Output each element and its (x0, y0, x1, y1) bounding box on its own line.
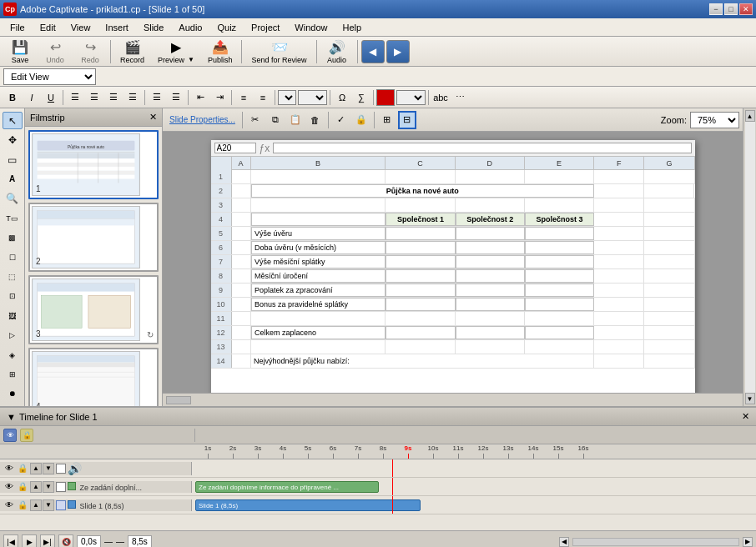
timeline-lock-icon[interactable]: 🔒 (20, 429, 33, 442)
timeline-close-icon[interactable]: ✕ (742, 411, 749, 422)
caption-tool[interactable]: T▭ (3, 209, 23, 227)
track-3-area[interactable]: Slide 1 (8,5s) (192, 496, 756, 514)
cell-a8[interactable] (232, 269, 252, 283)
cell-f12[interactable] (594, 326, 644, 339)
cell-f3[interactable] (594, 198, 644, 212)
col-a-header[interactable]: A (232, 157, 251, 170)
cell-a14[interactable] (232, 354, 252, 368)
select-tool[interactable]: ↖ (3, 112, 23, 129)
cell-e9[interactable] (525, 284, 594, 297)
nav-forward-button[interactable]: ▶ (386, 40, 410, 63)
col-d-header[interactable]: D (456, 157, 525, 170)
cell-e5[interactable] (525, 227, 594, 240)
cell-d4[interactable]: Společnost 2 (456, 213, 525, 226)
tl-scroll-left[interactable]: ◀ (559, 537, 569, 547)
more-options-button[interactable]: ⋯ (451, 89, 469, 106)
slide-properties-button[interactable]: Slide Properties... (166, 115, 239, 124)
cell-a13[interactable] (232, 340, 252, 354)
menu-file[interactable]: File (3, 21, 32, 34)
bold-button[interactable]: B (3, 89, 22, 106)
cell-b7[interactable]: Výše měsíční splátky (251, 255, 386, 268)
cell-c12[interactable] (386, 326, 455, 339)
cell-f1[interactable] (594, 170, 644, 183)
cell-g6[interactable] (644, 241, 694, 254)
italic-button[interactable]: I (23, 89, 41, 106)
special-char-button[interactable]: Ω (333, 89, 351, 106)
menu-slide[interactable]: Slide (137, 21, 170, 34)
cell-reference[interactable] (214, 143, 256, 153)
spell-check-button[interactable]: abc (431, 89, 450, 106)
font-size-select[interactable] (298, 90, 327, 105)
cell-b4[interactable] (251, 213, 386, 226)
view-dropdown[interactable]: Edit View Storyboard View Branching View (3, 68, 96, 85)
track-2-down[interactable]: ▼ (43, 481, 54, 493)
cell-f8[interactable] (594, 269, 644, 283)
cell-a9[interactable] (232, 284, 252, 297)
vertical-scrollbar[interactable]: ▲ ▼ (743, 108, 756, 406)
cell-e4[interactable]: Společnost 3 (525, 213, 594, 226)
cell-f10[interactable] (594, 298, 644, 311)
track-2-lock[interactable]: 🔒 (17, 481, 28, 493)
timeline-collapse-icon[interactable]: ▼ (7, 412, 16, 422)
swf-tool[interactable]: ◈ (3, 346, 23, 364)
cell-a6[interactable] (232, 241, 252, 254)
cell-c1[interactable] (386, 170, 455, 183)
cell-e10[interactable] (525, 298, 594, 311)
cell-d10[interactable] (456, 298, 525, 311)
cell-g13[interactable] (644, 340, 694, 354)
cut-button[interactable]: ✂ (246, 111, 265, 129)
align-right-button[interactable]: ☰ (104, 89, 123, 106)
zoom-tool[interactable]: 🔍 (3, 190, 23, 208)
col-f-header[interactable]: F (594, 157, 644, 170)
cell-c8[interactable] (386, 269, 455, 283)
scroll-handle-h[interactable] (166, 396, 191, 404)
cell-b8[interactable]: Měsíční úročení (251, 269, 386, 283)
cell-c10[interactable] (386, 298, 455, 311)
highlight-tool[interactable]: ▩ (3, 228, 23, 246)
cell-a3[interactable] (232, 198, 252, 212)
grid-button[interactable]: ⊞ (378, 111, 396, 129)
button-tool[interactable]: ⊡ (3, 288, 23, 305)
text-tool[interactable]: A (3, 170, 23, 188)
copy-button[interactable]: ⧉ (266, 111, 285, 129)
cell-d3[interactable] (456, 198, 525, 212)
minimize-button[interactable]: − (709, 3, 723, 15)
align-left-button[interactable]: ☰ (66, 89, 84, 106)
widget-tool[interactable]: ⊞ (3, 365, 23, 383)
tl-goto-start-button[interactable]: |◀ (3, 534, 18, 548)
indent-decrease-button[interactable]: ⇤ (191, 89, 209, 106)
track-3-lock[interactable]: 🔒 (17, 499, 28, 511)
col-g-header[interactable]: G (644, 157, 694, 170)
filmstrip-slide-1[interactable]: Půjčka na nové auto 1 (28, 130, 159, 199)
cell-e12[interactable] (525, 326, 594, 339)
send-review-button[interactable]: 📨 Send for Review (245, 39, 312, 64)
menu-help[interactable]: Help (335, 21, 368, 34)
cell-e6[interactable] (525, 241, 594, 254)
save-button[interactable]: 💾 Save (3, 39, 37, 64)
menu-project[interactable]: Project (244, 21, 286, 34)
tl-goto-end-button[interactable]: ▶| (40, 534, 55, 548)
cell-f5[interactable] (594, 227, 644, 240)
tl-mute-button[interactable]: 🔇 (58, 534, 73, 548)
cell-f14[interactable] (594, 354, 644, 368)
cell-g14[interactable] (644, 354, 694, 368)
cell-e3[interactable] (525, 198, 594, 212)
slide-content[interactable]: ƒx A B C D E F G 1 (211, 140, 695, 393)
playhead[interactable] (392, 459, 393, 477)
menu-window[interactable]: Window (288, 21, 334, 34)
menu-quiz[interactable]: Quiz (210, 21, 243, 34)
cell-d5[interactable] (456, 227, 525, 240)
cell-d13[interactable] (456, 340, 525, 354)
list-bullet-button[interactable]: ☰ (148, 89, 166, 106)
color-preset-select[interactable] (396, 90, 426, 105)
formula-input[interactable] (273, 143, 691, 153)
underline-button[interactable]: U (42, 89, 60, 106)
font-family-select[interactable] (278, 90, 296, 105)
cell-f6[interactable] (594, 241, 644, 254)
track-2-area[interactable]: Ze zadání doplníme informace do připrave… (192, 478, 756, 495)
cell-g5[interactable] (644, 227, 694, 240)
track-3-checkbox[interactable] (56, 500, 66, 510)
lock-button[interactable]: 🔒 (352, 111, 370, 129)
cell-f13[interactable] (594, 340, 644, 354)
cell-g8[interactable] (644, 269, 694, 283)
